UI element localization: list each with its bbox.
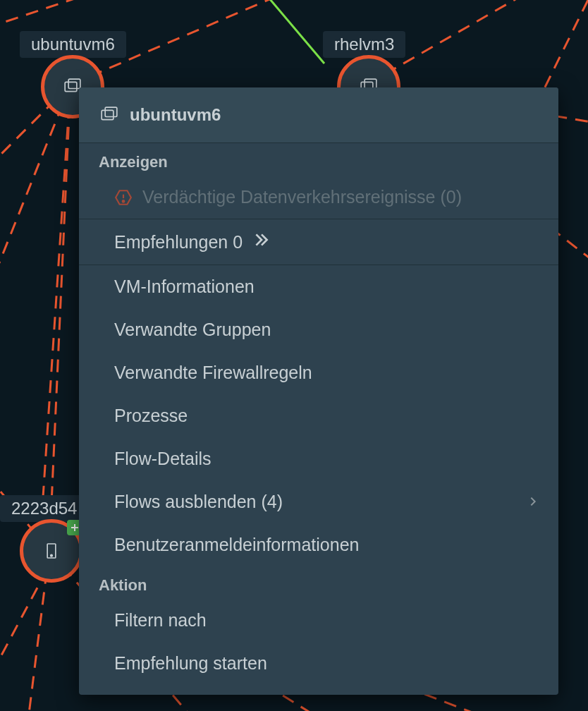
menu-item-label: VM-Informationen <box>114 276 255 297</box>
menu-item-related-firewall[interactable]: Verwandte Firewallregeln <box>79 351 558 394</box>
menu-item-label: Flows ausblenden (4) <box>114 492 283 512</box>
alert-hexagon-icon <box>114 188 133 207</box>
menu-item-start-recommendation[interactable]: Empfehlung starten <box>79 642 558 695</box>
node-label-host[interactable]: 2223d54 <box>0 495 88 522</box>
menu-item-credentials[interactable]: Benutzeranmeldeinformationen <box>79 523 558 566</box>
menu-item-label: Verwandte Gruppen <box>114 320 271 340</box>
node-host[interactable] <box>20 519 83 583</box>
svg-rect-18 <box>68 79 80 88</box>
menu-header: ubuntuvm6 <box>79 87 558 143</box>
menu-item-processes[interactable]: Prozesse <box>79 394 558 437</box>
svg-line-3 <box>49 85 71 550</box>
double-chevron-right-icon <box>252 231 271 253</box>
menu-title: ubuntuvm6 <box>130 105 221 125</box>
svg-rect-24 <box>105 107 117 116</box>
menu-item-hide-flows[interactable]: Flows ausblenden (4) <box>79 480 558 523</box>
menu-item-label: Flow-Details <box>114 449 212 469</box>
svg-line-2 <box>0 85 71 367</box>
menu-item-filter-by[interactable]: Filtern nach <box>79 599 558 642</box>
menu-item-label: Empfehlungen 0 <box>114 232 243 253</box>
node-label-rhelvm3[interactable]: rhelvm3 <box>323 31 405 58</box>
svg-rect-23 <box>102 110 114 119</box>
menu-item-flow-details[interactable]: Flow-Details <box>79 437 558 480</box>
svg-line-0 <box>0 0 176 28</box>
menu-item-label: Benutzeranmeldeinformationen <box>114 535 359 555</box>
menu-item-label: Filtern nach <box>114 610 207 631</box>
menu-item-recommendations[interactable]: Empfehlungen 0 <box>79 219 558 265</box>
node-label-ubuntuvm6[interactable]: ubuntuvm6 <box>20 31 126 58</box>
svg-point-27 <box>123 200 125 202</box>
svg-line-14 <box>42 85 71 508</box>
menu-item-related-groups[interactable]: Verwandte Gruppen <box>79 308 558 351</box>
chevron-right-icon <box>527 493 539 511</box>
menu-item-label: Verdächtige Datenverkehrsereignisse (0) <box>142 187 462 207</box>
context-menu: ubuntuvm6 Anzeigen Verdächtige Datenverk… <box>79 87 558 695</box>
menu-item-label: Empfehlung starten <box>114 653 267 674</box>
vms-icon <box>99 104 120 126</box>
svg-line-15 <box>0 578 42 711</box>
menu-item-label: Prozesse <box>114 406 188 426</box>
host-icon <box>41 540 62 561</box>
section-anzeigen-label: Anzeigen <box>79 143 558 176</box>
svg-point-22 <box>51 554 53 557</box>
svg-line-16 <box>247 0 324 63</box>
svg-rect-17 <box>65 82 77 91</box>
menu-item-label: Verwandte Firewallregeln <box>114 363 312 383</box>
menu-item-vm-info[interactable]: VM-Informationen <box>79 265 558 308</box>
menu-item-suspicious-traffic: Verdächtige Datenverkehrsereignisse (0) <box>79 176 558 219</box>
section-aktion-label: Aktion <box>79 566 558 599</box>
